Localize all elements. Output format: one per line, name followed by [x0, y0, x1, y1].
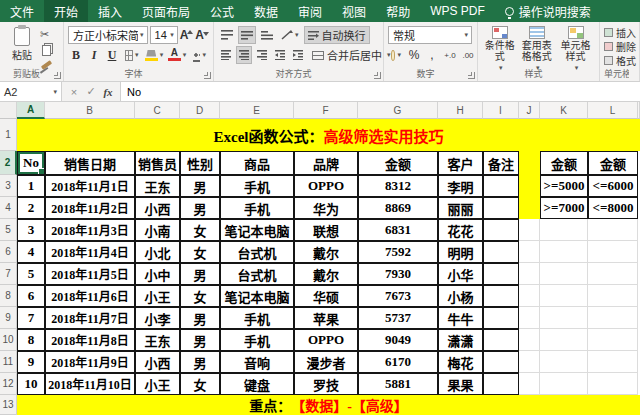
cell[interactable]: [588, 263, 638, 285]
clipboard-dialog-launcher-icon[interactable]: [54, 72, 61, 79]
row-header-8[interactable]: 8: [0, 285, 17, 307]
cell[interactable]: [540, 241, 588, 263]
row-header-4[interactable]: 4: [0, 197, 17, 219]
cell[interactable]: [519, 307, 540, 329]
cell[interactable]: [519, 329, 540, 351]
cell[interactable]: 女: [180, 219, 220, 241]
number-format-select[interactable]: 常规 ▾: [388, 26, 472, 44]
tab-formulas[interactable]: 公式: [200, 0, 244, 22]
increase-indent-button[interactable]: [290, 46, 306, 64]
tab-wps-pdf[interactable]: WPS PDF: [420, 0, 495, 22]
column-header-I[interactable]: I: [483, 102, 519, 119]
cell[interactable]: 丽丽: [438, 197, 483, 219]
underline-button[interactable]: U: [104, 46, 120, 64]
row-header-10[interactable]: 10: [0, 329, 17, 351]
header-cell[interactable]: 商品: [220, 151, 294, 175]
cell[interactable]: 7: [17, 307, 45, 329]
tab-review[interactable]: 审阅: [288, 0, 332, 22]
cell[interactable]: 罗技: [294, 373, 358, 395]
cell[interactable]: 小北: [135, 241, 180, 263]
cell[interactable]: [540, 351, 588, 373]
column-header-J[interactable]: J: [519, 102, 540, 119]
cell[interactable]: [483, 175, 519, 197]
column-header-A[interactable]: A: [17, 102, 45, 119]
cell[interactable]: 1: [17, 175, 45, 197]
row-header-6[interactable]: 6: [0, 241, 17, 263]
cell[interactable]: [540, 373, 588, 395]
align-middle-button[interactable]: [238, 26, 256, 44]
cell[interactable]: 男: [180, 175, 220, 197]
row-header-9[interactable]: 9: [0, 307, 17, 329]
cell[interactable]: [483, 373, 519, 395]
column-header-E[interactable]: E: [220, 102, 294, 119]
cell[interactable]: 华硕: [294, 285, 358, 307]
merge-center-button[interactable]: 合并后居中 ▾: [308, 46, 395, 64]
font-dialog-launcher-icon[interactable]: [204, 72, 211, 79]
cell[interactable]: 王东: [135, 175, 180, 197]
cell[interactable]: 手机: [220, 307, 294, 329]
column-header-F[interactable]: F: [294, 102, 358, 119]
enter-icon[interactable]: ✓: [83, 85, 99, 98]
cell[interactable]: 2: [17, 197, 45, 219]
cell[interactable]: 潇潇: [438, 329, 483, 351]
cell[interactable]: [519, 175, 540, 197]
fill-color-button[interactable]: ▾: [143, 46, 164, 64]
cell[interactable]: 花花: [438, 219, 483, 241]
column-header-B[interactable]: B: [45, 102, 135, 119]
cell[interactable]: 2018年11月4日: [45, 241, 135, 263]
cell[interactable]: [519, 241, 540, 263]
align-left-button[interactable]: [218, 46, 234, 64]
cell[interactable]: 小王: [135, 373, 180, 395]
cell[interactable]: 7592: [358, 241, 438, 263]
row-header-7[interactable]: 7: [0, 263, 17, 285]
font-name-select[interactable]: 方正小标宋简体 ▾: [68, 26, 148, 44]
cell[interactable]: [483, 241, 519, 263]
cell[interactable]: 小王: [135, 285, 180, 307]
cell[interactable]: 男: [180, 351, 220, 373]
font-color-button[interactable]: A▾: [167, 46, 188, 64]
cell[interactable]: [588, 307, 638, 329]
criteria-cell[interactable]: <=6000: [588, 175, 638, 197]
cell[interactable]: 男: [180, 307, 220, 329]
cell[interactable]: 5737: [358, 307, 438, 329]
cell[interactable]: 2018年11月8日: [45, 329, 135, 351]
delete-cells-button[interactable]: 删除: [604, 39, 635, 53]
cell[interactable]: 3: [17, 219, 45, 241]
header-cell[interactable]: 金额: [358, 151, 438, 175]
font-size-select[interactable]: 14 ▾: [150, 26, 178, 44]
grow-font-button[interactable]: A: [180, 28, 194, 42]
cell[interactable]: 笔记本电脑: [220, 219, 294, 241]
cell[interactable]: 华为: [294, 197, 358, 219]
cell[interactable]: 女: [180, 373, 220, 395]
tab-file[interactable]: 文件: [0, 0, 44, 22]
tab-help[interactable]: 帮助: [376, 0, 420, 22]
cell[interactable]: 键盘: [220, 373, 294, 395]
criteria-cell[interactable]: >=5000: [540, 175, 588, 197]
cell[interactable]: [540, 263, 588, 285]
cell[interactable]: 2018年11月10日: [45, 373, 135, 395]
cell[interactable]: 6831: [358, 219, 438, 241]
cell[interactable]: 女: [180, 241, 220, 263]
cell[interactable]: 明明: [438, 241, 483, 263]
cell[interactable]: 5: [17, 263, 45, 285]
cell[interactable]: 小中: [135, 263, 180, 285]
accounting-format-button[interactable]: ▾: [388, 46, 404, 64]
tab-view[interactable]: 视图: [332, 0, 376, 22]
cell[interactable]: 6170: [358, 351, 438, 373]
comma-style-button[interactable]: ,: [424, 46, 440, 64]
cell[interactable]: 10: [17, 373, 45, 395]
align-right-button[interactable]: [254, 46, 270, 64]
cell[interactable]: 手机: [220, 175, 294, 197]
cell[interactable]: 苹果: [294, 307, 358, 329]
column-header-C[interactable]: C: [135, 102, 180, 119]
percent-style-button[interactable]: %: [406, 46, 422, 64]
select-all-corner[interactable]: [0, 102, 17, 119]
cell[interactable]: 牛牛: [438, 307, 483, 329]
borders-button[interactable]: ▾: [122, 46, 141, 64]
format-cells-button[interactable]: 格式: [604, 53, 635, 67]
cell[interactable]: 女: [180, 285, 220, 307]
cell[interactable]: 2018年11月5日: [45, 263, 135, 285]
cell[interactable]: 小杨: [438, 285, 483, 307]
decrease-decimal-button[interactable]: .00: [460, 46, 476, 64]
align-center-button[interactable]: [236, 46, 252, 64]
